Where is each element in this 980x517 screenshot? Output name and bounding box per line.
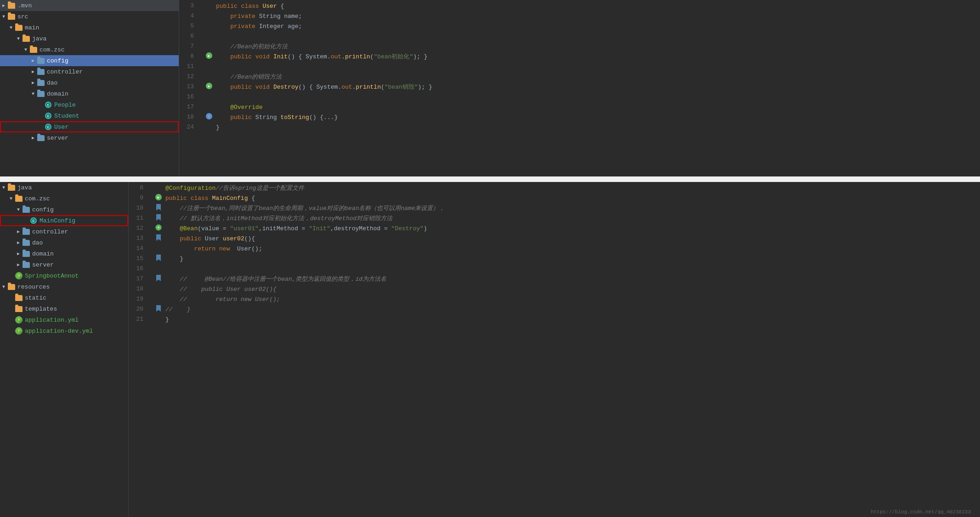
tree-arrow-dao-b[interactable]: ▶ xyxy=(15,240,22,245)
code-line-20: // } xyxy=(165,304,980,314)
tree-item-src[interactable]: ▼src xyxy=(0,11,179,22)
tree-arrow-main[interactable]: ▼ xyxy=(7,25,15,30)
tree-arrow-domain[interactable]: ▼ xyxy=(29,91,37,97)
tree-arrow-domain-b[interactable]: ▶ xyxy=(15,251,22,256)
tree-arrow-config[interactable]: ▶ xyxy=(29,58,37,63)
tree-item-dao[interactable]: ▶dao xyxy=(0,77,179,88)
code-line-4: private String name; xyxy=(216,11,980,21)
tree-label-config-b: config xyxy=(32,206,54,213)
tree-item-domain[interactable]: ▼domain xyxy=(0,88,179,99)
tree-arrow-mvn[interactable]: ▶ xyxy=(0,3,7,8)
tree-label-com-zsc-b: com.zsc xyxy=(25,195,50,202)
bottom-code-editor: 89101112131415161718192021 ▶☘ @Configura… xyxy=(129,182,980,517)
tree-item-application-dev-yml[interactable]: Yapplication-dev.yml xyxy=(0,325,128,336)
gutter-line-13 xyxy=(152,233,165,243)
tree-arrow-java[interactable]: ▼ xyxy=(15,36,22,41)
class-icon: C xyxy=(44,101,52,108)
tree-item-application-yml[interactable]: Yapplication.yml xyxy=(0,314,128,325)
url-bar: https://blog.csdn.net/qq_40238233 xyxy=(871,509,971,515)
bottom-file-tree[interactable]: ▼java▼com.zsc▼configCMainConfig▶controll… xyxy=(0,182,128,336)
tree-item-User[interactable]: CUser xyxy=(0,121,179,132)
folder-icon xyxy=(15,305,23,312)
tree-item-server[interactable]: ▶server xyxy=(0,132,179,143)
line-number-20: 20 xyxy=(129,304,147,314)
gutter-line-16 xyxy=(152,263,165,273)
gutter-line-20 xyxy=(152,303,165,313)
folder-icon xyxy=(7,184,16,191)
gutter-line-3 xyxy=(202,0,216,10)
run-gutter-icon: ▶ xyxy=(155,194,162,200)
tree-item-SpringbootAnnot[interactable]: SSpringbootAnnot xyxy=(0,270,128,281)
tree-item-java-b[interactable]: ▼java xyxy=(0,182,128,193)
tree-arrow-server[interactable]: ▶ xyxy=(29,135,37,141)
line-number-19: 19 xyxy=(129,294,147,304)
gutter-line-24 xyxy=(202,121,216,131)
tree-arrow-resources[interactable]: ▼ xyxy=(0,284,7,290)
tree-arrow-com-zsc[interactable]: ▼ xyxy=(22,47,29,52)
code-line-8: public void Init() { System.out.println(… xyxy=(216,51,980,62)
tree-item-controller-b[interactable]: ▶controller xyxy=(0,226,128,237)
tree-arrow-dao[interactable]: ▶ xyxy=(29,80,37,85)
code-line-17: // @Bean//给容器中注册一个bean,类型为返回值的类型，id为方法名 xyxy=(165,274,980,284)
tree-item-dao-b[interactable]: ▶dao xyxy=(0,237,128,248)
tree-item-controller[interactable]: ▶controller xyxy=(0,66,179,77)
line-number-13: 13 xyxy=(179,82,198,92)
folder-blue-icon xyxy=(22,228,30,235)
tree-arrow-java-b[interactable]: ▼ xyxy=(0,185,7,190)
tree-item-com-zsc[interactable]: ▼com.zsc xyxy=(0,44,179,55)
line-number-17: 17 xyxy=(129,274,147,284)
tree-arrow-src[interactable]: ▼ xyxy=(0,14,7,19)
tree-item-domain-b[interactable]: ▶domain xyxy=(0,248,128,259)
code-line-16 xyxy=(216,92,980,102)
top-file-tree[interactable]: ▶.mvn▼src▼main▼java▼com.zsc▶config▶contr… xyxy=(0,0,179,143)
tree-arrow-config-b[interactable]: ▼ xyxy=(15,207,22,212)
tree-item-server-b[interactable]: ▶server xyxy=(0,259,128,270)
tree-arrow-controller-b[interactable]: ▶ xyxy=(15,229,22,234)
tree-item-resources[interactable]: ▼resources xyxy=(0,281,128,292)
code-line-19: // return new User(); xyxy=(165,294,980,304)
tree-arrow-server-b[interactable]: ▶ xyxy=(15,262,22,267)
tree-item-config[interactable]: ▶config xyxy=(0,55,179,66)
code-line-21: } xyxy=(165,314,980,324)
tree-item-templates[interactable]: templates xyxy=(0,303,128,314)
tree-item-config-b[interactable]: ▼config xyxy=(0,204,128,215)
tree-item-java[interactable]: ▼java xyxy=(0,33,179,44)
folder-blue-icon xyxy=(37,90,45,97)
code-line-15: } xyxy=(165,254,980,264)
line-number-7: 7 xyxy=(179,41,198,51)
tree-item-com-zsc-b[interactable]: ▼com.zsc xyxy=(0,193,128,204)
folder-icon xyxy=(7,2,16,9)
folder-blue-icon xyxy=(37,79,45,86)
gutter-line-12 xyxy=(202,71,216,81)
code-line-18: public String toString() {...} xyxy=(216,112,980,122)
top-code-lines: public class User { private String name;… xyxy=(216,0,980,176)
tree-item-main[interactable]: ▼main xyxy=(0,22,179,33)
tree-label-com-zsc: com.zsc xyxy=(40,46,65,53)
code-line-11 xyxy=(216,62,980,72)
tree-item-MainConfig[interactable]: CMainConfig xyxy=(0,215,128,226)
bottom-sidebar: ▼java▼com.zsc▼configCMainConfig▶controll… xyxy=(0,182,129,517)
tree-item-static[interactable]: static xyxy=(0,292,128,303)
line-number-14: 14 xyxy=(129,244,147,254)
line-number-4: 4 xyxy=(179,11,198,21)
bottom-code-lines: @Configuration//告诉spring这是一个配置文件public c… xyxy=(165,182,980,517)
bookmark-gutter-icon xyxy=(156,204,161,210)
tree-arrow-controller[interactable]: ▶ xyxy=(29,69,37,74)
line-number-8: 8 xyxy=(179,51,198,62)
tree-item-Student[interactable]: CStudent xyxy=(0,110,179,121)
code-line-5: private Integer age; xyxy=(216,21,980,31)
tree-item-People[interactable]: CPeople xyxy=(0,99,179,110)
gutter-line-6 xyxy=(202,30,216,40)
gutter-line-18 xyxy=(152,283,165,293)
springboot-icon: S xyxy=(15,272,23,279)
line-number-13: 13 xyxy=(129,233,147,244)
tree-item-mvn[interactable]: ▶.mvn xyxy=(0,0,179,11)
line-number-12: 12 xyxy=(129,223,147,233)
gutter-line-12: ☘ xyxy=(152,222,165,233)
code-line-7: //Bean的初始化方法 xyxy=(216,41,980,51)
code-line-10: //注册一个bean,同时设置了bean的生命周期，value对应的bean名称… xyxy=(165,203,980,213)
code-line-18: // public User user02(){ xyxy=(165,284,980,294)
tree-label-SpringbootAnnot: SpringbootAnnot xyxy=(25,273,79,279)
tree-arrow-com-zsc-b[interactable]: ▼ xyxy=(7,196,15,201)
tree-label-domain-b: domain xyxy=(32,250,54,257)
